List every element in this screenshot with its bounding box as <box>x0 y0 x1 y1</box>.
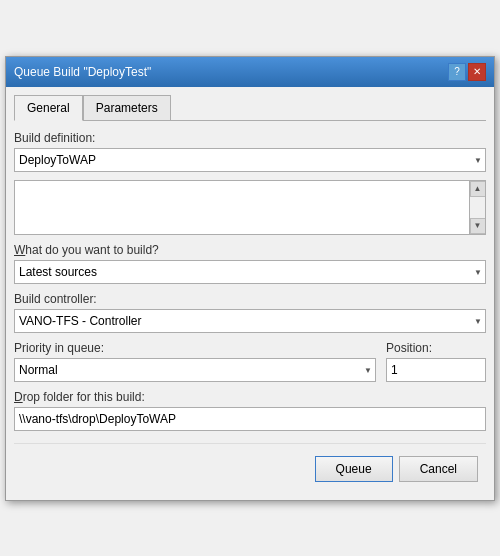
close-button[interactable]: ✕ <box>468 63 486 81</box>
description-scrollbar: ▲ ▼ <box>469 181 485 234</box>
queue-button[interactable]: Queue <box>315 456 393 482</box>
scroll-down-btn[interactable]: ▼ <box>470 218 486 234</box>
build-definition-select-wrapper: DeployToWAP <box>14 148 486 172</box>
drop-folder-input[interactable] <box>14 407 486 431</box>
dialog-footer: Queue Cancel <box>14 443 486 492</box>
position-label: Position: <box>386 341 486 355</box>
queue-build-dialog: Queue Build "DeployTest" ? ✕ General Par… <box>5 56 495 501</box>
description-box: ▲ ▼ <box>14 180 486 235</box>
title-bar: Queue Build "DeployTest" ? ✕ <box>6 57 494 87</box>
build-definition-group: Build definition: DeployToWAP <box>14 131 486 172</box>
drop-folder-label: Drop folder for this build: <box>14 390 486 404</box>
drop-folder-group: Drop folder for this build: <box>14 390 486 431</box>
what-to-build-group: What do you want to build? Latest source… <box>14 243 486 284</box>
tab-general[interactable]: General <box>14 95 83 121</box>
build-controller-select[interactable]: VANO-TFS - Controller <box>14 309 486 333</box>
priority-label: Priority in queue: <box>14 341 376 355</box>
build-controller-group: Build controller: VANO-TFS - Controller <box>14 292 486 333</box>
scroll-up-btn[interactable]: ▲ <box>470 181 486 197</box>
cancel-button[interactable]: Cancel <box>399 456 478 482</box>
priority-select-wrapper: Normal <box>14 358 376 382</box>
position-group: Position: <box>386 341 486 382</box>
tab-parameters[interactable]: Parameters <box>83 95 171 121</box>
what-to-build-label: What do you want to build? <box>14 243 486 257</box>
build-controller-label: Build controller: <box>14 292 486 306</box>
build-definition-label: Build definition: <box>14 131 486 145</box>
dialog-body: General Parameters Build definition: Dep… <box>6 87 494 500</box>
what-to-build-select[interactable]: Latest sources <box>14 260 486 284</box>
priority-group: Priority in queue: Normal <box>14 341 376 382</box>
priority-position-row: Priority in queue: Normal Position: <box>14 341 486 382</box>
help-button[interactable]: ? <box>448 63 466 81</box>
description-content[interactable] <box>15 181 469 234</box>
description-box-group: ▲ ▼ <box>14 180 486 235</box>
dialog-title: Queue Build "DeployTest" <box>14 65 151 79</box>
position-input[interactable] <box>386 358 486 382</box>
priority-select[interactable]: Normal <box>14 358 376 382</box>
tab-bar: General Parameters <box>14 95 486 121</box>
title-bar-buttons: ? ✕ <box>448 63 486 81</box>
build-definition-select[interactable]: DeployToWAP <box>14 148 486 172</box>
build-controller-select-wrapper: VANO-TFS - Controller <box>14 309 486 333</box>
what-to-build-select-wrapper: Latest sources <box>14 260 486 284</box>
